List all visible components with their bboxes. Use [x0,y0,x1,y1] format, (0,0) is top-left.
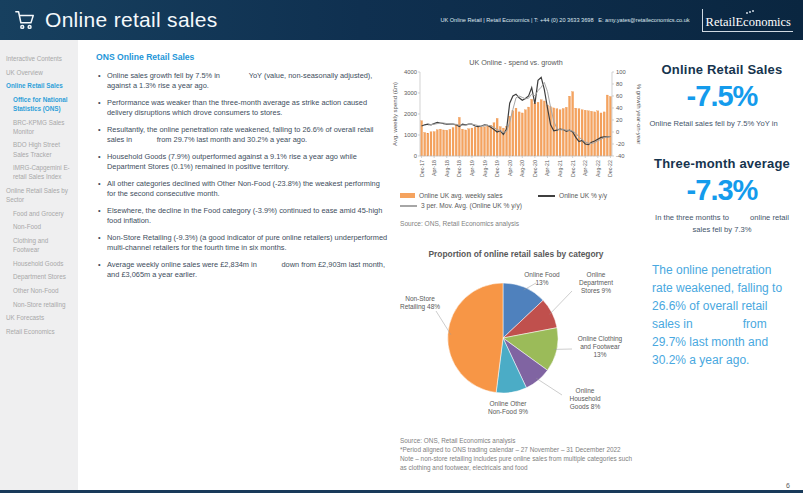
sidebar-item[interactable]: Household Goods [6,259,74,268]
svg-text:1000: 1000 [404,132,417,138]
spend-growth-chart: UK Online - spend vs. growth010002000300… [390,56,642,191]
report-page: { "header": { "title": "Online retail sa… [0,0,803,497]
sidebar-item[interactable]: Office for National Statistics (ONS) [6,95,74,113]
sidebar-item[interactable]: UK Forecasts [6,313,74,322]
pie-footnote-nonstore: Note – non-store retailing includes pure… [400,455,635,473]
bullet-item: All other categories declined with Other… [107,179,389,199]
sidebar-item[interactable]: BDO High Street Sales Tracker [6,140,74,158]
bullet-item: Average weekly online sales were £2,834m… [107,260,389,280]
svg-text:Aug-19: Aug-19 [482,160,488,177]
cart-icon [14,9,36,31]
svg-text:Aug-20: Aug-20 [519,160,525,177]
svg-text:Dec-18: Dec-18 [456,160,462,177]
bullet-item: Elsewhere, the decline in the Food categ… [107,206,389,226]
svg-text:Department: Department [579,279,613,287]
svg-text:Online: Online [576,387,595,394]
bullet-list: Online sales growth fell by 7.5% in YoY … [96,71,389,280]
svg-text:Apr-21: Apr-21 [544,160,550,176]
metric-value-three-month: -7.3% [648,174,796,207]
svg-text:Online Clothing: Online Clothing [578,335,623,343]
svg-text:and Footwear: and Footwear [580,343,621,350]
svg-text:Non-Store: Non-Store [405,295,435,302]
metric-title-online-retail-sales: Online Retail Sales [648,62,796,77]
legend-gray-line-swatch [400,205,417,207]
sidebar-item[interactable]: BRC-KPMG Sales Monitor [6,118,74,136]
sidebar-item[interactable]: Non-Food [6,222,74,231]
legend-item-yoy-line: Online UK % y/y [538,192,607,199]
pie-source: Source: ONS, Retail Economics analysis [400,437,635,446]
metrics-column: Online Retail Sales -7.5% Online Retail … [648,62,796,369]
bullet-item: Online sales growth fell by 7.5% in YoY … [107,71,389,91]
svg-text:Aug-22: Aug-22 [595,160,601,177]
chart-source: Source: ONS, Retail Economics analysis [400,220,642,227]
svg-text:100: 100 [616,69,626,75]
svg-text:Non-Food 9%: Non-Food 9% [488,408,528,415]
svg-text:2000: 2000 [404,111,417,117]
bottom-border [0,490,803,493]
sidebar-item[interactable]: Food and Grocery [6,209,74,218]
svg-text:Dec-20: Dec-20 [532,160,538,177]
category-pie-chart-svg: Online Food13%OnlineDepartmentStores 9%O… [390,263,642,429]
svg-text:Dec-19: Dec-19 [494,160,500,177]
bullet-item: Performance was weaker than the three-mo… [107,98,389,118]
svg-text:Household: Household [569,395,600,402]
svg-text:Online Food: Online Food [524,271,560,278]
svg-text:Goods 8%: Goods 8% [570,403,601,410]
svg-text:60: 60 [616,93,622,99]
sidebar-item[interactable]: IMRG-Capgemini E-retail Sales Index [6,163,74,181]
legend-bar-swatch [400,193,415,198]
svg-text:UK Online - spend vs. growth: UK Online - spend vs. growth [469,58,562,67]
metric-group-three-month: Three-month average -7.3% In the three m… [648,156,796,236]
spend-growth-chart-svg: UK Online - spend vs. growth010002000300… [390,56,642,187]
svg-text:Online: Online [587,271,606,278]
sidebar-item[interactable]: Department Stores [6,272,74,281]
pie-footnote-period: *Period aligned to ONS trading calendar … [400,446,635,455]
bullet-item: Resultantly, the online penetration rate… [107,125,389,145]
svg-text:Aug-21: Aug-21 [557,160,563,177]
svg-text:Online Other: Online Other [490,400,528,407]
metric-value-yoy: -7.5% [648,80,796,113]
svg-text:Apr-18: Apr-18 [431,160,437,176]
sidebar-item[interactable]: Non-Store retailing [6,300,74,309]
svg-text:Stores 9%: Stores 9% [581,287,611,294]
svg-text:Dec-21: Dec-21 [570,160,576,177]
sidebar-item[interactable]: Other Non-Food [6,286,74,295]
svg-text:Dec-22: Dec-22 [607,160,613,177]
svg-text:0: 0 [414,153,417,159]
sidebar-item[interactable]: UK Overview [6,68,74,77]
bullet-item: Household Goods (7.9%) outperformed agai… [107,152,389,172]
page-number: 6 [786,482,790,489]
legend-item-moving-average: 3 per. Mov. Avg. (Online UK % y/y) [400,202,538,209]
logo-dots-icon [749,11,751,13]
sidebar-item[interactable]: Online Retail Sales by Sector [6,186,74,204]
metric-caption-three-month: In the three months to online retail sal… [648,212,796,236]
svg-text:13%: 13% [535,279,548,286]
svg-text:80: 80 [616,81,622,87]
svg-text:Dec-17: Dec-17 [419,160,425,177]
svg-text:Apr-19: Apr-19 [469,160,475,176]
sidebar-item[interactable]: Interactive Contents [6,54,74,63]
penetration-highlight-text: The online penetration rate weakened, fa… [652,261,792,369]
pie-source-note: Source: ONS, Retail Economics analysis *… [400,437,635,473]
sidebar-item[interactable]: Retail Economics [6,327,74,336]
svg-text:-20: -20 [616,141,624,147]
sidebar-item[interactable]: Clothing and Footwear [6,236,74,254]
metric-title-three-month: Three-month average [648,156,796,171]
retail-economics-logo: RetailEconomics [702,9,793,32]
category-pie-chart: Online Food13%OnlineDepartmentStores 9%O… [390,263,642,433]
svg-text:% growth year-on-year: % growth year-on-year [636,84,642,145]
svg-text:4000: 4000 [404,69,417,75]
legend-dark-line-swatch [538,195,555,197]
page-title: Online retail sales [45,8,218,32]
svg-text:Avg. weekly spend (£m): Avg. weekly spend (£m) [392,82,398,146]
svg-text:-40: -40 [616,153,624,159]
svg-text:20: 20 [616,117,622,123]
svg-text:Retailing 48%: Retailing 48% [400,303,440,311]
chart-legend: Online UK avg. weekly sales Online UK % … [390,192,642,209]
legend-item-bars: Online UK avg. weekly sales [400,192,538,199]
bullet-item: Non-Store Retailing (-9.3%) (a good indi… [107,233,389,253]
sidebar: Interactive ContentsUK OverviewOnline Re… [0,40,78,490]
summary-column: ONS Online Retail Sales Online sales gro… [96,52,389,287]
sidebar-item[interactable]: Online Retail Sales [6,81,74,90]
svg-text:Apr-20: Apr-20 [507,160,513,176]
